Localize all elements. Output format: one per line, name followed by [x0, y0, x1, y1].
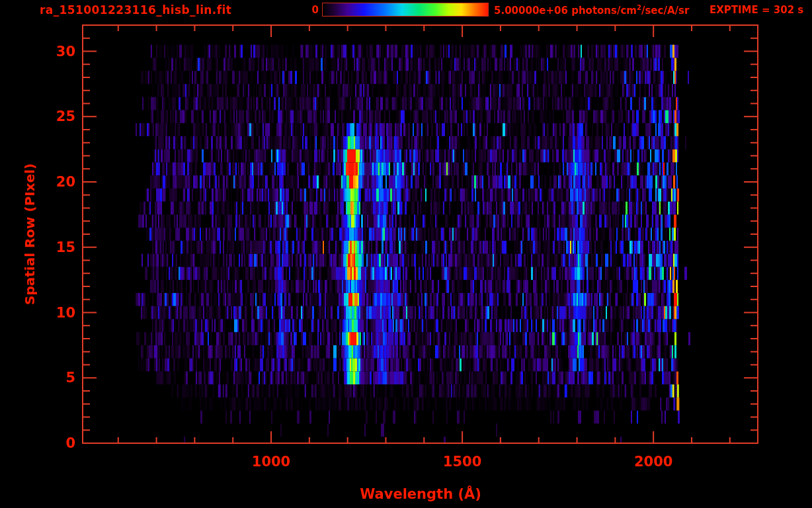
y-tick-label: 15 — [56, 239, 75, 255]
colorbar-gradient — [322, 3, 489, 17]
colorbar-max-exponent: 2 — [637, 4, 641, 11]
image-title: ra_151001223116_hisb_lin.fit — [40, 3, 231, 17]
y-tick-label: 25 — [56, 108, 75, 124]
y-tick-label: 10 — [56, 305, 75, 321]
colorbar-max-label: 5.00000e+06 photons/cm2/sec/A/sr — [494, 4, 689, 17]
y-tick-label: 0 — [65, 435, 75, 451]
colorbar-max-prefix: 5.00000e+06 photons/cm — [494, 5, 637, 17]
exptime-label: EXPTIME = 302 s — [710, 4, 803, 16]
y-tick-label: 30 — [56, 44, 75, 60]
y-tick-label: 5 — [65, 370, 75, 386]
y-tick-label: 20 — [56, 174, 75, 190]
x-tick-label: 1500 — [443, 454, 481, 470]
x-tick-label: 2000 — [634, 454, 672, 470]
y-axis-title: Spatial Row (PIxel) — [22, 163, 38, 305]
colorbar-min-label: 0 — [312, 4, 319, 16]
spectral-heatmap-canvas — [0, 0, 812, 508]
x-tick-label: 1000 — [252, 454, 290, 470]
x-axis-title: Wavelength (Å) — [360, 486, 481, 502]
spectral-viewer-window: { "header": { "title": "ra_151001223116_… — [0, 0, 812, 508]
colorbar-max-suffix: /sec/A/sr — [641, 5, 689, 17]
